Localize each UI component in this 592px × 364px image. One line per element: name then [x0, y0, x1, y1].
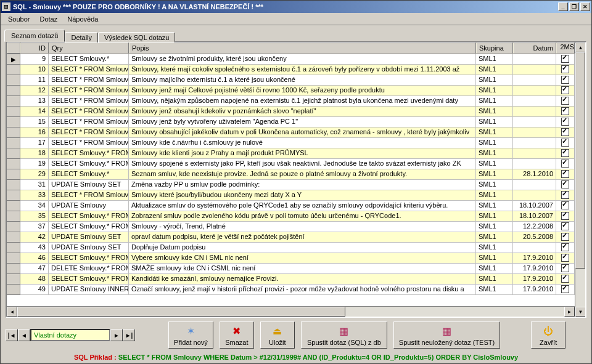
- cell-2ms[interactable]: [556, 107, 575, 117]
- cell-qry[interactable]: SELECT Smlouvy.* FROM: [49, 274, 129, 285]
- checkbox-2ms[interactable]: [561, 107, 569, 115]
- cell-skupina[interactable]: SML1: [476, 75, 513, 86]
- cell-2ms[interactable]: [556, 190, 575, 201]
- row-header[interactable]: [7, 65, 20, 75]
- cell-skupina[interactable]: SML1: [476, 264, 513, 274]
- table-row[interactable]: 48SELECT Smlouvy.* FROMKandidáti ke smaz…: [7, 274, 575, 285]
- cell-datum[interactable]: 18.10.2007: [513, 201, 556, 211]
- checkbox-2ms[interactable]: [561, 285, 569, 293]
- cell-skupina[interactable]: SML1: [476, 253, 513, 264]
- cell-id[interactable]: 48: [20, 274, 49, 285]
- cell-datum[interactable]: 28.1.2010: [513, 169, 556, 180]
- cell-qry[interactable]: SELECT Smlouvy.*: [49, 54, 129, 65]
- scroll-track-h[interactable]: [17, 307, 564, 317]
- col-skupina[interactable]: Skupina: [476, 42, 513, 54]
- table-row[interactable]: 43UPDATE Smlouvy SETDoplňuje Datum podpi…: [7, 243, 575, 253]
- cell-qry[interactable]: SELECT * FROM Smlouvy: [49, 96, 129, 107]
- close-button[interactable]: ✕: [580, 2, 590, 11]
- checkbox-2ms[interactable]: [561, 233, 569, 241]
- cell-qry[interactable]: SELECT Smlouvy.* FROM: [49, 253, 129, 264]
- cell-qry[interactable]: SELECT Smlouvy.* FROM: [49, 211, 129, 222]
- cell-qry[interactable]: UPDATE Smlouvy INNER: [49, 285, 129, 295]
- checkbox-2ms[interactable]: [561, 55, 569, 63]
- cell-skupina[interactable]: SML1: [476, 232, 513, 243]
- cell-id[interactable]: 33: [20, 190, 49, 201]
- tab-0[interactable]: Seznam dotazů: [4, 30, 65, 42]
- table-row[interactable]: 19SELECT Smlouvy.* FROMSmlouvy spojené s…: [7, 159, 575, 169]
- cell-popis[interactable]: Smlouvy se životními produkty, které jso…: [129, 54, 476, 65]
- cell-qry[interactable]: SELECT Smlouvy.* FROM: [49, 148, 129, 159]
- cell-qry[interactable]: UPDATE Smlouvy SET: [49, 243, 129, 253]
- cell-datum[interactable]: 17.9.2010: [513, 285, 556, 295]
- cell-datum[interactable]: [513, 117, 556, 127]
- cell-qry[interactable]: SELECT Smlouvy.* FROM: [49, 222, 129, 232]
- cell-2ms[interactable]: [556, 117, 575, 127]
- cell-id[interactable]: 49: [20, 285, 49, 295]
- row-header[interactable]: [7, 75, 20, 86]
- checkbox-2ms[interactable]: [561, 254, 569, 262]
- scroll-track-v[interactable]: [575, 52, 585, 307]
- cell-2ms[interactable]: [556, 222, 575, 232]
- scroll-left-icon[interactable]: ◄: [7, 307, 17, 317]
- cell-datum[interactable]: [513, 86, 556, 96]
- row-header[interactable]: [7, 96, 20, 107]
- cell-id[interactable]: 16: [20, 127, 49, 138]
- row-header[interactable]: [7, 138, 20, 148]
- cell-qry[interactable]: DELETE Smlouvy.* FROM: [49, 264, 129, 274]
- menu-napoveda[interactable]: Nápověda: [62, 14, 103, 24]
- cell-datum[interactable]: 17.9.2010: [513, 253, 556, 264]
- cell-id[interactable]: 15: [20, 117, 49, 127]
- table-row[interactable]: 12SELECT * FROM SmlouvySmlouvy jenž mají…: [7, 86, 575, 96]
- table-row[interactable]: 11SELECT * FROM SmlouvySmlouvy majícího …: [7, 75, 575, 86]
- cell-popis[interactable]: Zobrazení smluv podle zvoleného kódu prá…: [129, 211, 476, 222]
- cell-skupina[interactable]: SML1: [476, 190, 513, 201]
- cell-popis[interactable]: Smlouvy jenž mají Celkové pojistné větší…: [129, 86, 476, 96]
- cell-qry[interactable]: SELECT * FROM Smlouvy: [49, 107, 129, 117]
- table-row[interactable]: 10SELECT * FROM SmlouvySmlouvy, které ma…: [7, 65, 575, 75]
- row-header[interactable]: [7, 159, 20, 169]
- table-row[interactable]: 49UPDATE Smlouvy INNEROznačí smlouvy, je…: [7, 285, 575, 295]
- cell-2ms[interactable]: [556, 127, 575, 138]
- row-header[interactable]: [7, 211, 20, 222]
- cell-popis[interactable]: Doplňuje Datum podpisu: [129, 243, 476, 253]
- cell-2ms[interactable]: [556, 243, 575, 253]
- cell-datum[interactable]: 20.5.2008: [513, 232, 556, 243]
- checkbox-2ms[interactable]: [561, 170, 569, 178]
- cell-datum[interactable]: [513, 65, 556, 75]
- titlebar[interactable]: ⊞ SQL - Smlouvy *** POUZE PRO ODBORNÍKY …: [1, 1, 591, 13]
- row-header[interactable]: [7, 232, 20, 243]
- cell-skupina[interactable]: SML1: [476, 211, 513, 222]
- cell-id[interactable]: 10: [20, 65, 49, 75]
- cell-popis[interactable]: opraví datum podpisu, které je větší než…: [129, 232, 476, 243]
- cell-popis[interactable]: Seznam smluv, kde neexistuje provize. Je…: [129, 169, 476, 180]
- cell-skupina[interactable]: SML1: [476, 138, 513, 148]
- table-row[interactable]: 13SELECT * FROM SmlouvySmlouvy, nějakým …: [7, 96, 575, 107]
- cell-popis[interactable]: Smlouvy, nějakým způsobem napojené na ex…: [129, 96, 476, 107]
- cell-popis[interactable]: SMAŽE smlouvy kde CN i CSML nic není: [129, 264, 476, 274]
- cell-id[interactable]: 19: [20, 159, 49, 169]
- nav-prev-button[interactable]: ◄: [18, 329, 30, 341]
- row-header[interactable]: [7, 127, 20, 138]
- cell-2ms[interactable]: [556, 285, 575, 295]
- test-sql-button[interactable]: ▦ Spustit neuložený dotaz (TEST): [393, 322, 500, 349]
- checkbox-2ms[interactable]: [561, 275, 569, 283]
- cell-datum[interactable]: [513, 75, 556, 86]
- cell-datum[interactable]: [513, 180, 556, 190]
- table-row[interactable]: 18SELECT Smlouvy.* FROMSmlouvy kde klien…: [7, 148, 575, 159]
- cell-qry[interactable]: SELECT * FROM Smlouvy: [49, 117, 129, 127]
- maximize-button[interactable]: ❐: [569, 2, 579, 11]
- cell-popis[interactable]: Smlouvy, které mají cokoliv společného s…: [129, 65, 476, 75]
- cell-id[interactable]: 35: [20, 211, 49, 222]
- checkbox-2ms[interactable]: [561, 222, 569, 230]
- scrollbar-vertical[interactable]: ▲ ▼: [575, 42, 585, 317]
- tab-2[interactable]: Výsledek SQL dotazu: [98, 32, 175, 42]
- scroll-down-icon[interactable]: ▼: [575, 307, 585, 317]
- checkbox-2ms[interactable]: [561, 264, 569, 272]
- cell-qry[interactable]: SELECT * FROM Smlouvy: [49, 127, 129, 138]
- cell-2ms[interactable]: [556, 75, 575, 86]
- scroll-right-icon[interactable]: ►: [564, 307, 575, 317]
- cell-popis[interactable]: Změna vazby PP u smluv podle podmínky:: [129, 180, 476, 190]
- cell-popis[interactable]: Aktualizace smluv do systémového pole QR…: [129, 201, 476, 211]
- save-button[interactable]: ⏏ Uložit: [260, 322, 295, 349]
- checkbox-2ms[interactable]: [561, 65, 569, 73]
